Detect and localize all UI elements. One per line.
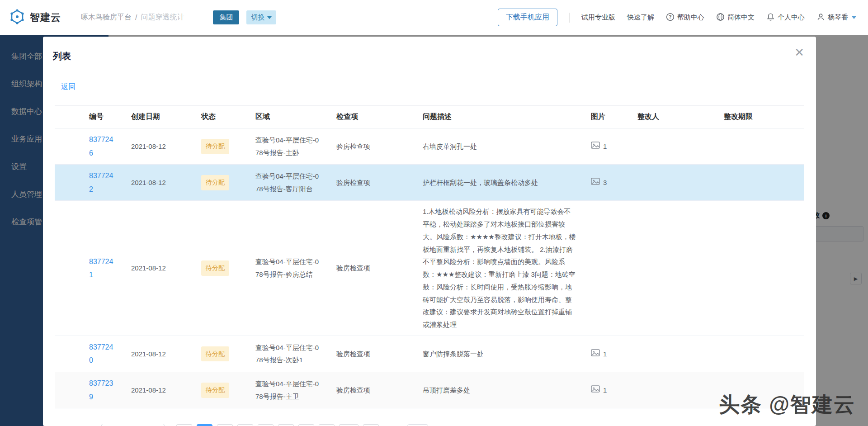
cell-check-item: 验房检查项 xyxy=(329,372,415,408)
download-app-button[interactable]: 下载手机应用 xyxy=(498,9,557,26)
cell-check-item: 验房检查项 xyxy=(329,165,415,201)
image-count[interactable]: 1 xyxy=(591,384,623,397)
language-selector[interactable]: 简体中文 xyxy=(716,13,755,23)
cell-deadline xyxy=(717,336,804,372)
user-icon xyxy=(816,13,825,23)
col-header-id: 编号 xyxy=(82,106,124,128)
table-header-row: 编号 创建日期 状态 区域 检查项 问题描述 图片 整改人 整改期限 xyxy=(55,106,804,128)
picture-icon xyxy=(591,176,600,189)
col-header-deadline: 整改期限 xyxy=(717,106,804,128)
col-header-area: 区域 xyxy=(248,106,329,128)
cell-rectifier xyxy=(630,336,717,372)
cell-date: 2021-08-12 xyxy=(124,165,194,201)
issue-id-link[interactable]: 8377246 xyxy=(89,136,113,157)
switch-button[interactable]: 切换 xyxy=(246,10,276,24)
goto-page-group: 前往 页 xyxy=(390,424,439,426)
table-row: 8377241 2021-08-12 待分配 查验号04-平层住宅-078号报告… xyxy=(55,201,804,336)
back-link[interactable]: 返回 xyxy=(61,82,75,92)
issue-id-link[interactable]: 8377242 xyxy=(89,172,113,193)
logo-hexagon-icon xyxy=(9,9,25,27)
cell-description: 右墙皮革洞孔一处 xyxy=(415,128,584,165)
image-count-value: 1 xyxy=(603,140,607,153)
cell-rectifier xyxy=(630,128,717,165)
help-center-link[interactable]: ? 帮助中心 xyxy=(666,13,704,23)
cell-rectifier xyxy=(630,201,717,336)
group-button[interactable]: 集团 xyxy=(213,10,239,24)
topbar-divider xyxy=(569,13,570,23)
logo-text: 智建云 xyxy=(30,11,61,24)
switch-button-label: 切换 xyxy=(251,13,264,22)
issue-id-link[interactable]: 8377241 xyxy=(89,258,113,279)
user-menu[interactable]: 杨琴香 xyxy=(816,13,856,23)
breadcrumb-page: 问题穿透统计 xyxy=(141,13,184,22)
cell-check-item: 验房检查项 xyxy=(329,336,415,372)
cell-description: 窗户防撞条脱落一处 xyxy=(415,336,584,372)
cell-date: 2021-08-12 xyxy=(124,201,194,336)
topbar: 智建云 啄木鸟验房平台 / 问题穿透统计 集团 切换 下载手机应用 试用专业版 … xyxy=(0,0,868,35)
username-label: 杨琴香 xyxy=(828,13,848,22)
personal-center-label: 个人中心 xyxy=(778,13,805,22)
page-button-2[interactable]: 2 xyxy=(217,424,233,426)
cell-area: 查验号04-平层住宅-078号报告-次卧1 xyxy=(248,336,329,372)
table-row: 8377240 2021-08-12 待分配 查验号04-平层住宅-078号报告… xyxy=(55,336,804,372)
issues-table: 编号 创建日期 状态 区域 检查项 问题描述 图片 整改人 整改期限 83772… xyxy=(55,105,804,408)
status-badge: 待分配 xyxy=(201,139,229,154)
image-count-value: 3 xyxy=(603,176,607,189)
status-badge: 待分配 xyxy=(201,383,229,398)
page-size-select[interactable]: 5 条/页 xyxy=(101,424,165,426)
page-button-1[interactable]: 1 xyxy=(197,424,212,426)
topbar-right: 下载手机应用 试用专业版 快速了解 ? 帮助中心 xyxy=(498,9,856,26)
col-header-images: 图片 xyxy=(584,106,630,128)
col-header-rectifier: 整改人 xyxy=(630,106,717,128)
cell-rectifier xyxy=(630,372,717,408)
picture-icon xyxy=(591,384,600,397)
header-spacer xyxy=(55,106,82,128)
status-badge: 待分配 xyxy=(201,346,229,362)
image-count[interactable]: 1 xyxy=(591,348,623,360)
col-header-status: 状态 xyxy=(194,106,248,128)
personal-center-link[interactable]: 个人中心 xyxy=(766,13,805,23)
image-count-value: 1 xyxy=(603,384,607,397)
help-center-label: 帮助中心 xyxy=(677,13,704,22)
image-count-value: 1 xyxy=(603,348,607,360)
breadcrumb-separator: / xyxy=(135,14,137,22)
quick-learn-link[interactable]: 快速了解 xyxy=(627,13,654,22)
page: 智建云 啄木鸟验房平台 / 问题穿透统计 集团 切换 下载手机应用 试用专业版 … xyxy=(0,0,868,426)
cell-description: 护栏杆框刮花一处，玻璃盖条松动多处 xyxy=(415,165,584,201)
image-count[interactable]: 3 xyxy=(591,176,623,189)
list-modal: 列表 ✕ 返回 编号 创建日期 状态 区域 检查项 问题描述 图片 整改人 xyxy=(43,37,816,426)
picture-icon xyxy=(591,348,600,360)
status-badge: 待分配 xyxy=(201,175,229,190)
pagination: 共 4115 条 5 条/页 ‹ 1 2 3 4 5 6 ••• 823 › 前… xyxy=(61,424,816,426)
cell-deadline xyxy=(717,128,804,165)
issue-id-link[interactable]: 8377239 xyxy=(89,379,113,401)
chevron-down-icon xyxy=(852,16,856,19)
trial-pro-link[interactable]: 试用专业版 xyxy=(581,13,615,22)
prev-page-button[interactable]: ‹ xyxy=(176,424,192,426)
cell-date: 2021-08-12 xyxy=(124,372,194,408)
page-button-5[interactable]: 5 xyxy=(278,424,294,426)
watermark-text: 头条 @智建云 xyxy=(719,391,855,419)
cell-deadline xyxy=(717,201,804,336)
page-button-3[interactable]: 3 xyxy=(237,424,253,426)
col-header-description: 问题描述 xyxy=(415,106,584,128)
page-button-823[interactable]: 823 xyxy=(339,424,359,426)
page-button-6[interactable]: 6 xyxy=(298,424,314,426)
page-ellipsis-button[interactable]: ••• xyxy=(319,424,335,426)
table-row: 8377242 2021-08-12 待分配 查验号04-平层住宅-078号报告… xyxy=(55,165,804,201)
svg-text:?: ? xyxy=(669,14,671,19)
goto-page-input[interactable] xyxy=(407,424,428,426)
logo[interactable]: 智建云 xyxy=(9,9,61,27)
col-header-check-item: 检查项 xyxy=(329,106,415,128)
cell-description: 吊顶打磨差多处 xyxy=(415,372,584,408)
breadcrumb-platform[interactable]: 啄木鸟验房平台 xyxy=(81,13,132,22)
cell-check-item: 验房检查项 xyxy=(329,201,415,336)
close-icon[interactable]: ✕ xyxy=(794,47,804,58)
picture-icon xyxy=(591,140,600,153)
image-count[interactable]: 1 xyxy=(591,140,623,153)
page-button-4[interactable]: 4 xyxy=(258,424,274,426)
next-page-button[interactable]: › xyxy=(363,424,379,426)
table-row: 8377239 2021-08-12 待分配 查验号04-平层住宅-078号报告… xyxy=(55,372,804,408)
col-header-date: 创建日期 xyxy=(124,106,194,128)
issue-id-link[interactable]: 8377240 xyxy=(89,343,113,364)
